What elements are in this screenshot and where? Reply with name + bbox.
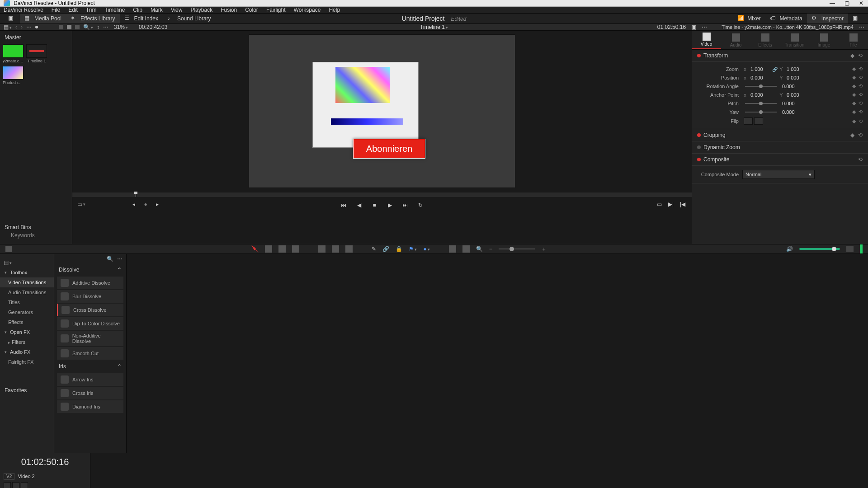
viewer-frame[interactable]: Abonnieren xyxy=(249,34,515,188)
trim-tool-icon[interactable] xyxy=(265,245,272,253)
keyframe-icon[interactable]: ◆ xyxy=(852,75,856,80)
section-dynamic-zoom[interactable]: Dynamic Zoom xyxy=(692,141,868,154)
rotation-input[interactable]: 0.000 xyxy=(779,84,804,89)
inspector-tab-audio[interactable]: Audio xyxy=(721,33,750,49)
play-icon[interactable]: ▶ xyxy=(386,202,393,209)
zoom-y-input[interactable]: 1.000 xyxy=(784,66,808,72)
metadata-button[interactable]: 🏷Metadata xyxy=(765,14,807,23)
pitch-slider[interactable] xyxy=(745,103,777,104)
transition-item[interactable]: Blur Dissolve xyxy=(57,290,123,303)
maximize-icon[interactable]: ▢ xyxy=(844,0,850,6)
menu-workspace[interactable]: Workspace xyxy=(294,7,321,13)
media-clip[interactable]: y2mate.co... xyxy=(3,44,24,63)
enable-dot-icon[interactable] xyxy=(697,54,701,57)
go-end-icon[interactable]: ⏭ xyxy=(401,202,409,209)
group-toolbox[interactable]: Toolbox xyxy=(0,267,54,277)
blade-tool-icon[interactable] xyxy=(278,245,286,253)
sound-library-button[interactable]: ♪Sound Library xyxy=(163,14,216,23)
menu-davinci[interactable]: DaVinci Resolve xyxy=(4,7,43,13)
reset-icon[interactable]: ⟲ xyxy=(859,92,863,98)
reset-icon[interactable]: ⟲ xyxy=(859,100,863,106)
lock-track-icon[interactable] xyxy=(4,482,11,488)
section-cropping[interactable]: Cropping◆⟲ xyxy=(692,129,868,141)
lock-icon[interactable]: 🔒 xyxy=(396,246,402,252)
effects-layout-icon[interactable]: ▤ xyxy=(4,259,12,266)
media-pool-button[interactable]: ▤Media Pool xyxy=(20,14,66,23)
section-transform[interactable]: Transform◆⟲ xyxy=(692,50,868,62)
view-menu-icon[interactable]: ⋯ xyxy=(26,24,32,30)
scrub-marker[interactable] xyxy=(136,192,136,197)
zoom-x-input[interactable]: 1.000 xyxy=(748,66,772,72)
match-frame-icon[interactable]: ▭ xyxy=(656,201,663,208)
inspector-tab-file[interactable]: File xyxy=(839,33,868,49)
mute-icon[interactable]: 🔊 xyxy=(786,246,793,252)
yaw-input[interactable]: 0.000 xyxy=(779,109,804,115)
stop-icon[interactable]: ■ xyxy=(371,202,378,209)
timeline-selector[interactable]: Timeline 1 xyxy=(420,24,448,30)
enable-dot-icon[interactable] xyxy=(697,133,701,137)
dynamic-trim-icon[interactable]: ✎ xyxy=(372,246,376,252)
enable-dot-icon[interactable] xyxy=(697,145,701,149)
section-composite[interactable]: Composite⟲ xyxy=(692,154,868,166)
menu-file[interactable]: File xyxy=(52,7,60,13)
link-icon[interactable]: 🔗 xyxy=(382,246,389,252)
keyframe-icon[interactable]: ◆ xyxy=(852,66,856,72)
zoom-slider[interactable] xyxy=(499,249,535,249)
transition-item[interactable]: Smooth Cut xyxy=(57,347,123,360)
link-icon[interactable] xyxy=(772,66,778,72)
keyframe-icon[interactable]: ◆ xyxy=(852,118,856,124)
thumb-grid-icon[interactable] xyxy=(67,25,71,29)
reset-icon[interactable]: ⟲ xyxy=(859,66,863,72)
rotation-slider[interactable] xyxy=(745,86,777,87)
transition-item[interactable]: Dip To Color Dissolve xyxy=(57,317,123,330)
menu-help[interactable]: Help xyxy=(329,7,340,13)
inspector-button[interactable]: ⚙Inspector xyxy=(807,14,848,23)
cat-titles[interactable]: Titles xyxy=(0,297,54,307)
collapse-icon[interactable]: ⌃ xyxy=(117,363,122,370)
track-badge[interactable]: V2 xyxy=(4,473,14,480)
marker-icon[interactable]: ● xyxy=(423,246,429,252)
composite-mode-select[interactable]: Normal▾ xyxy=(742,170,815,179)
cat-video-transitions[interactable]: Video Transitions xyxy=(0,277,54,287)
prev-edit-icon[interactable]: ◂ xyxy=(130,201,137,208)
nav-back-icon[interactable]: ‹ xyxy=(15,24,17,30)
menu-clip[interactable]: Clip xyxy=(133,7,142,13)
viewer-options-icon[interactable]: ⋯ xyxy=(702,24,707,30)
menu-fusion[interactable]: Fusion xyxy=(221,7,237,13)
reset-icon[interactable]: ⟲ xyxy=(859,118,863,124)
transition-item[interactable]: Diamond Iris xyxy=(57,400,123,413)
dim-icon[interactable] xyxy=(846,246,854,252)
viewer-mode-icon[interactable]: ▣ xyxy=(691,24,696,30)
timeline-timecode[interactable]: 01:02:50:16 xyxy=(0,453,90,471)
transition-item[interactable]: Cross Iris xyxy=(57,387,123,399)
effects-library-button[interactable]: ✶Effects Library xyxy=(66,14,119,23)
viewer-zoom[interactable]: 31% xyxy=(114,24,128,30)
group-openfx[interactable]: Open FX xyxy=(0,327,54,337)
keyframe-icon[interactable]: ◆ xyxy=(850,132,854,138)
detail-zoom-icon[interactable] xyxy=(462,245,470,253)
cat-filters[interactable]: Filters xyxy=(0,337,54,347)
options-icon[interactable]: ⋯ xyxy=(103,24,108,30)
auto-select-icon[interactable] xyxy=(12,482,19,488)
overlay-mode-icon[interactable]: ▭ xyxy=(78,201,85,208)
volume-slider[interactable] xyxy=(799,248,840,250)
sort-icon[interactable]: ↕ xyxy=(97,24,99,30)
minimize-icon[interactable]: — xyxy=(829,0,835,6)
zoom-in-icon[interactable]: ＋ xyxy=(541,245,547,253)
go-start-icon[interactable]: ⏮ xyxy=(340,202,347,209)
menu-fairlight[interactable]: Fairlight xyxy=(266,7,286,13)
search-icon[interactable]: 🔍 xyxy=(83,24,93,30)
replace-icon[interactable] xyxy=(345,245,353,253)
smart-bin-keywords[interactable]: Keywords xyxy=(5,230,67,240)
inspector-tab-video[interactable]: Video xyxy=(692,33,721,49)
append-icon[interactable] xyxy=(318,245,326,253)
marker-dot-icon[interactable]: ● xyxy=(142,201,149,208)
effects-options-icon[interactable]: ⋯ xyxy=(117,256,123,262)
media-clip[interactable]: Timeline 1 xyxy=(26,44,47,63)
viewer-scrubber[interactable] xyxy=(72,192,692,197)
ripple-icon[interactable] xyxy=(332,245,339,253)
timeline-view-icon[interactable] xyxy=(5,246,12,252)
effects-search-icon[interactable]: 🔍 xyxy=(107,256,113,262)
cat-effects[interactable]: Effects xyxy=(0,317,54,327)
cat-generators[interactable]: Generators xyxy=(0,307,54,317)
